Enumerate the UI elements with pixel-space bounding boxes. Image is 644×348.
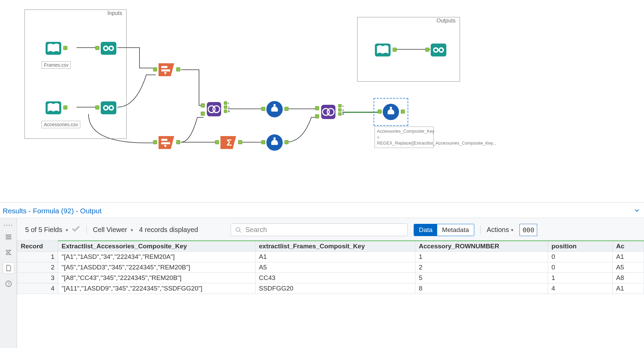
fields-dropdown[interactable]: 5 of 5 Fields ▾ xyxy=(25,225,80,235)
col-ac[interactable]: Ac xyxy=(613,241,644,252)
cell-c1[interactable]: "[A1","1ASD","34","222434","REM20A"] xyxy=(58,252,255,262)
formula-node-1[interactable] xyxy=(265,100,284,118)
svg-point-37 xyxy=(434,49,437,51)
cell-c3[interactable]: 5 xyxy=(415,273,548,283)
cell-c5[interactable]: A1 xyxy=(613,252,644,262)
side-tab-list-icon[interactable] xyxy=(3,231,14,243)
cell-c3[interactable]: 2 xyxy=(415,262,548,273)
cell-record: 1 xyxy=(17,252,58,262)
cell-c2[interactable]: SSDFGG20 xyxy=(255,283,415,294)
anchor[interactable] xyxy=(201,103,205,107)
inputs-container[interactable]: Inputs xyxy=(24,10,127,139)
cell-c2[interactable]: CC43 xyxy=(255,273,415,283)
anchor[interactable] xyxy=(176,140,180,144)
anchor[interactable] xyxy=(284,140,288,144)
browse-node-2[interactable] xyxy=(99,99,118,117)
anchor[interactable] xyxy=(378,110,382,114)
anchor[interactable] xyxy=(215,140,219,144)
svg-rect-44 xyxy=(5,236,11,237)
cell-c3[interactable]: 8 xyxy=(415,283,548,294)
results-title: Results - Formula (92) - Output xyxy=(3,207,102,215)
table-row[interactable]: 4"[A11","1ASDD9","345","2224345","SSDFGG… xyxy=(17,283,644,294)
join-node-2[interactable] xyxy=(319,103,337,121)
cell-c3[interactable]: 1 xyxy=(415,252,548,262)
input-label-accessories: Accessories.csv xyxy=(42,121,80,128)
col-extractlist-acc[interactable]: Extractlist_Accessories_Composite_Key xyxy=(58,241,255,252)
output-node-book[interactable] xyxy=(374,41,392,59)
metadata-tab[interactable]: Metadata xyxy=(437,224,474,236)
anchor[interactable] xyxy=(393,48,397,52)
side-tab-page-icon[interactable] xyxy=(3,262,14,274)
anchor[interactable] xyxy=(153,140,157,144)
svg-point-6 xyxy=(110,47,113,50)
join-node-1[interactable] xyxy=(205,100,223,118)
anchor[interactable] xyxy=(315,106,319,110)
cell-c5[interactable]: A8 xyxy=(613,273,644,283)
anchor[interactable] xyxy=(284,107,288,111)
anchor[interactable] xyxy=(261,140,265,144)
col-record[interactable]: Record xyxy=(17,241,58,252)
anchor[interactable] xyxy=(95,105,99,110)
svg-point-40 xyxy=(6,225,7,226)
anchor[interactable] xyxy=(176,67,180,71)
cell-c2[interactable]: A5 xyxy=(255,262,415,273)
svg-text:Σ: Σ xyxy=(227,137,232,148)
svg-point-39 xyxy=(4,225,5,226)
cell-record: 2 xyxy=(17,262,58,273)
table-row[interactable]: 3"[A8","CC43","345","2224345","REM20B"]C… xyxy=(17,273,644,283)
anchor[interactable] xyxy=(63,46,67,50)
cell-c4[interactable]: 4 xyxy=(548,283,613,294)
anchor[interactable] xyxy=(401,110,405,114)
collapse-results-icon[interactable] xyxy=(634,208,640,215)
anchor[interactable] xyxy=(315,114,319,118)
results-table[interactable]: Record Extractlist_Accessories_Composite… xyxy=(17,241,644,294)
cell-c4[interactable]: 1 xyxy=(548,273,613,283)
records-count: 4 records displayed xyxy=(139,226,198,234)
anchor[interactable] xyxy=(63,105,67,110)
cell-c4[interactable]: 0 xyxy=(548,262,613,273)
formula-node-selected[interactable] xyxy=(382,103,400,121)
anchor[interactable] xyxy=(425,48,429,52)
output-node-browse[interactable] xyxy=(429,41,448,59)
data-metadata-toggle[interactable]: Data Metadata xyxy=(414,224,474,236)
col-extractlist-frames[interactable]: extractlist_Frames_Composit_Key xyxy=(255,241,415,252)
workflow-canvas[interactable]: Inputs Outputs Frames.csv Accessories.cs… xyxy=(0,0,644,202)
input-node-frames[interactable] xyxy=(44,39,63,57)
cell-c1[interactable]: "[A8","CC43","345","2224345","REM20B"] xyxy=(58,273,255,283)
summarize-node[interactable]: Σ xyxy=(219,133,237,152)
cell-c2[interactable]: A1 xyxy=(255,252,415,262)
table-row[interactable]: 1"[A1","1ASD","34","222434","REM20A"]A11… xyxy=(17,252,644,262)
drag-handle-icon[interactable] xyxy=(2,224,15,227)
anchor[interactable] xyxy=(153,67,157,71)
cell-c5[interactable]: A5 xyxy=(613,262,644,273)
side-tab-help-icon[interactable]: ? xyxy=(3,278,14,289)
col-position[interactable]: position xyxy=(548,241,613,252)
svg-rect-43 xyxy=(5,235,11,236)
input-node-accessories[interactable] xyxy=(44,99,63,117)
search-input[interactable]: Search xyxy=(231,223,408,236)
formula-node-2[interactable] xyxy=(265,133,284,152)
append-fields-node-2[interactable] xyxy=(157,133,176,152)
cell-c1[interactable]: "[A11","1ASDD9","345","2224345","SSDFGG2… xyxy=(58,283,255,294)
svg-rect-28 xyxy=(321,105,335,119)
table-row[interactable]: 2"[A5","1ASDD3","345","2224345","REM20B"… xyxy=(17,262,644,273)
svg-rect-15 xyxy=(161,69,170,71)
col-accessory-rownumber[interactable]: Accessory_ROWNUMBER xyxy=(415,241,548,252)
svg-rect-17 xyxy=(161,139,167,141)
anchor[interactable] xyxy=(95,46,99,50)
browse-node-1[interactable] xyxy=(99,39,118,57)
cell-c5[interactable]: A1 xyxy=(613,283,644,294)
anchor[interactable] xyxy=(201,112,205,116)
anchor[interactable] xyxy=(238,140,242,144)
cell-viewer-dropdown[interactable]: Cell Viewer ▾ xyxy=(93,226,133,234)
side-tab-sigma-icon[interactable] xyxy=(3,247,14,258)
actions-dropdown[interactable]: Actions▾ xyxy=(487,226,514,234)
svg-line-49 xyxy=(240,231,241,232)
anchor[interactable] xyxy=(261,107,265,111)
cell-c4[interactable]: 0 xyxy=(548,252,613,262)
svg-rect-14 xyxy=(161,66,167,68)
decimal-places-box[interactable]: 000 xyxy=(519,224,537,236)
append-fields-node-1[interactable] xyxy=(157,61,176,79)
cell-c1[interactable]: "[A5","1ASDD3","345","2224345","REM20B"] xyxy=(58,262,255,273)
data-tab[interactable]: Data xyxy=(414,224,437,236)
